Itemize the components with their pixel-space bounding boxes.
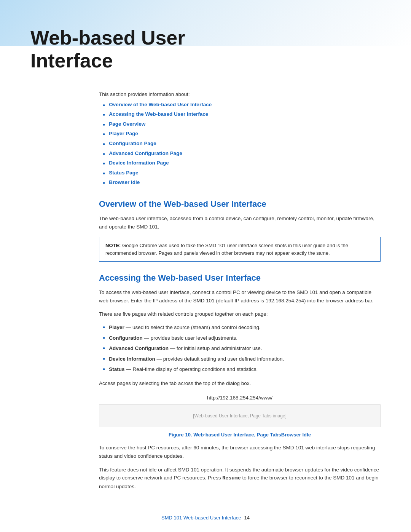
- section2-body4: To conserve the host PC resources, after…: [99, 444, 381, 460]
- toc-item-9[interactable]: Browser Idle: [103, 179, 381, 188]
- url-display: http://192.168.254.254/www/: [99, 395, 381, 401]
- feature-adv-config-term: Advanced Configuration: [109, 345, 169, 351]
- toc-link-4[interactable]: Player Page: [109, 131, 138, 136]
- feature-adv-config-text: for initial setup and administrator use.: [177, 345, 262, 351]
- feature-status: Status — Real-time display of operating …: [103, 366, 381, 374]
- section2-body5: This feature does not idle or affect SMD…: [99, 466, 381, 491]
- figure-caption: Figure 10. Web-based User Interface, Pag…: [99, 432, 381, 438]
- feature-player-term: Player: [109, 324, 124, 330]
- content-area: This section provides information about:…: [99, 91, 381, 491]
- toc-item-3[interactable]: Page Overview: [103, 121, 381, 129]
- toc-item-8[interactable]: Status Page: [103, 170, 381, 178]
- section1-body: The web-based user interface, accessed f…: [99, 214, 381, 231]
- figure-caption-prefix: Figure 10.: [169, 432, 192, 438]
- intro-text: This section provides information about:: [99, 91, 381, 97]
- resume-word: Resume: [222, 475, 241, 481]
- section2-heading: Accessing the Web-based User Interface: [99, 273, 381, 283]
- feature-device-info-term: Device Information: [109, 356, 155, 362]
- features-list: Player — used to select the source (stre…: [103, 324, 381, 374]
- feature-device-information: Device Information — provides default se…: [103, 355, 381, 364]
- note-label: NOTE:: [105, 243, 121, 248]
- toc-link-7[interactable]: Device Information Page: [109, 160, 169, 166]
- feature-configuration: Configuration — provides basic user leve…: [103, 334, 381, 343]
- toc-item-1[interactable]: Overview of the Web-based User Interface: [103, 102, 381, 110]
- feature-player-text: used to select the source (stream) and c…: [132, 324, 261, 330]
- figure-caption-label: Web-based User Interface, Page TabsBrows…: [193, 432, 311, 438]
- feature-advanced-configuration: Advanced Configuration — for initial set…: [103, 345, 381, 353]
- toc-link-8[interactable]: Status Page: [109, 170, 138, 176]
- feature-player: Player — used to select the source (stre…: [103, 324, 381, 332]
- toc-item-6[interactable]: Advanced Configuration Page: [103, 150, 381, 159]
- toc-item-7[interactable]: Device Information Page: [103, 160, 381, 168]
- toc-link-5[interactable]: Configuration Page: [109, 141, 156, 146]
- toc-link-6[interactable]: Advanced Configuration Page: [109, 150, 182, 156]
- toc-item-2[interactable]: Accessing the Web-based User Interface: [103, 111, 381, 120]
- toc-item-5[interactable]: Configuration Page: [103, 141, 381, 149]
- section2-body1: To access the web-based user interface, …: [99, 288, 381, 305]
- feature-config-text: provides basic user level adjustments.: [151, 335, 237, 341]
- page-title: Web-based UserInterface: [30, 27, 381, 72]
- toc-link-2[interactable]: Accessing the Web-based User Interface: [109, 111, 208, 117]
- note-text: Google Chrome was used to take the SMD 1…: [105, 243, 348, 256]
- toc-link-9[interactable]: Browser Idle: [109, 179, 140, 185]
- figure-10-image: [Web-based User Interface, Page Tabs ima…: [99, 404, 381, 427]
- feature-status-text: Real-time display of operating condition…: [133, 366, 258, 372]
- toc-list: Overview of the Web-based User Interface…: [103, 102, 381, 188]
- section1-heading: Overview of the Web-based User Interface: [99, 199, 381, 209]
- toc-link-1[interactable]: Overview of the Web-based User Interface: [109, 102, 212, 107]
- toc-item-4[interactable]: Player Page: [103, 131, 381, 139]
- note-box: NOTE: Google Chrome was used to take the…: [99, 237, 381, 262]
- section2-body3: Access pages by selecting the tab across…: [99, 379, 381, 388]
- section2-body2: There are five pages with related contro…: [99, 310, 381, 318]
- feature-config-term: Configuration: [109, 335, 142, 341]
- toc-link-3[interactable]: Page Overview: [109, 121, 145, 127]
- feature-status-term: Status: [109, 366, 124, 372]
- feature-device-info-text: provides default setting and user define…: [163, 356, 284, 362]
